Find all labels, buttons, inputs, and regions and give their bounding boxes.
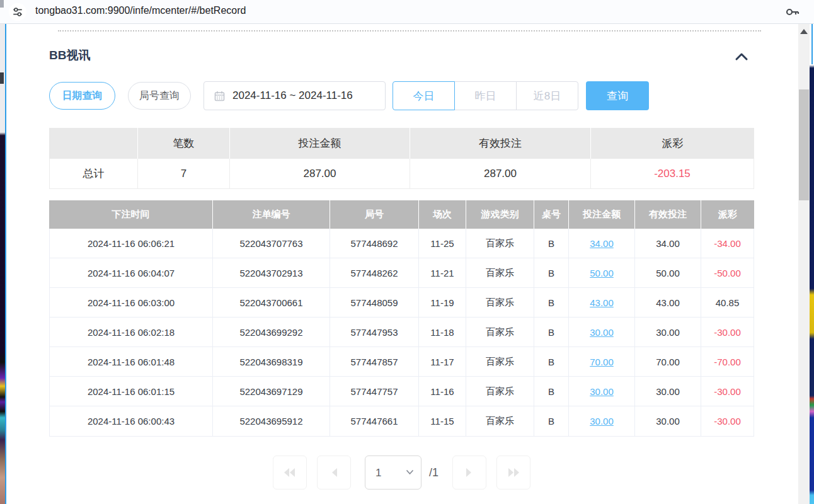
next-page-button[interactable] — [452, 455, 486, 490]
table-row: 2024-11-16 06:06:21522043707763577448692… — [50, 229, 754, 258]
col-header-valid-bet: 有效投注 — [635, 200, 701, 229]
bet-amount-link[interactable]: 50.00 — [590, 268, 614, 278]
table-no-cell: B — [534, 288, 569, 317]
date-query-tab[interactable]: 日期查询 — [49, 82, 115, 110]
double-left-arrow-icon — [283, 467, 297, 478]
payout-cell: 40.85 — [701, 288, 754, 317]
calendar-icon — [214, 91, 225, 101]
bet-amount-link[interactable]: 43.00 — [590, 297, 614, 308]
order-id-cell: 522043700661 — [213, 288, 330, 317]
key-icon — [785, 5, 800, 19]
date-range-value: 2024-11-16 ~ 2024-11-16 — [232, 89, 353, 102]
table-row: 2024-11-16 06:03:00522043700661577448059… — [50, 288, 754, 318]
valid-bet-cell: 30.00 — [635, 318, 701, 346]
pagination-bar: 1 /1 — [49, 455, 754, 490]
bet-table-body: 2024-11-16 06:06:21522043707763577448692… — [49, 229, 754, 437]
collapse-button[interactable] — [732, 49, 751, 64]
session-cell: 11-21 — [419, 258, 466, 287]
game-type-cell: 百家乐 — [466, 347, 534, 376]
col-header-bet-time: 下注时间 — [49, 200, 213, 229]
bet-record-table: 下注时间 注单编号 局号 场次 游戏类别 桌号 投注金额 有效投注 派彩 202… — [49, 200, 754, 437]
payout-cell: -30.00 — [701, 318, 754, 346]
game-type-cell: 百家乐 — [466, 258, 534, 287]
bet-amount-cell: 34.00 — [569, 229, 635, 258]
session-cell: 11-25 — [419, 229, 466, 258]
filter-toolbar: 日期查询 局号查询 2024-11-16 ~ 2024-11-16 今日 昨日 … — [49, 81, 761, 111]
prev-page-button[interactable] — [317, 455, 351, 490]
today-button[interactable]: 今日 — [393, 81, 455, 110]
game-type-cell: 百家乐 — [466, 288, 534, 317]
summary-header-payout: 派彩 — [591, 128, 754, 159]
date-range-input[interactable]: 2024-11-16 ~ 2024-11-16 — [203, 81, 386, 110]
table-no-cell: B — [534, 377, 569, 406]
table-row: 2024-11-16 06:01:48522043698319577447857… — [50, 347, 754, 377]
summary-bet-amount-value: 287.00 — [230, 159, 410, 188]
summary-header-valid-bet: 有效投注 — [410, 128, 591, 159]
summary-header-bet-amount: 投注金额 — [230, 128, 410, 159]
url-text[interactable]: tongbao31.com:9900/infe/mcenter/#/betRec… — [35, 5, 246, 16]
col-header-order-id: 注单编号 — [213, 200, 330, 229]
summary-payout-value: -203.15 — [591, 159, 754, 188]
table-no-cell: B — [534, 318, 569, 346]
round-id-cell: 577448262 — [330, 258, 419, 287]
last-page-button[interactable] — [496, 455, 530, 490]
summary-header-row: 笔数 投注金额 有效投注 派彩 — [49, 128, 754, 159]
chevron-up-icon — [732, 49, 751, 64]
scrollbar-up-arrow-icon[interactable] — [800, 29, 808, 34]
table-no-cell: B — [534, 406, 569, 436]
bet-amount-link[interactable]: 34.00 — [590, 238, 614, 249]
summary-table: 笔数 投注金额 有效投注 派彩 总计 7 287.00 287.00 -203.… — [49, 128, 754, 189]
password-manager-button[interactable] — [785, 5, 800, 19]
valid-bet-cell: 50.00 — [635, 258, 701, 287]
col-header-round-id: 局号 — [330, 200, 419, 229]
bet-amount-link[interactable]: 30.00 — [590, 386, 614, 397]
game-type-cell: 百家乐 — [466, 406, 534, 436]
bet-time-cell: 2024-11-16 06:02:18 — [50, 318, 213, 346]
order-id-cell: 522043699292 — [213, 318, 330, 346]
bet-amount-cell: 30.00 — [569, 318, 635, 346]
table-row: 2024-11-16 06:01:15522043697129577447757… — [50, 377, 754, 406]
round-id-cell: 577447661 — [330, 406, 419, 436]
yesterday-button[interactable]: 昨日 — [454, 81, 517, 110]
search-button[interactable]: 查询 — [586, 81, 649, 110]
table-no-cell: B — [534, 258, 569, 287]
game-type-cell: 百家乐 — [466, 318, 534, 346]
first-page-button[interactable] — [273, 455, 307, 490]
table-row: 2024-11-16 06:00:43522043695912577447661… — [50, 406, 754, 436]
site-settings-button[interactable] — [9, 3, 26, 21]
bet-record-panel: BB视讯 日期查询 局号查询 2024-11-16 ~ 2024-11-16 今… — [6, 24, 798, 504]
summary-header-blank — [49, 128, 138, 159]
page-select[interactable]: 1 — [365, 455, 421, 490]
round-query-tab[interactable]: 局号查询 — [128, 82, 191, 110]
dotted-divider — [58, 30, 761, 32]
bet-amount-link[interactable]: 70.00 — [590, 357, 614, 367]
quick-range-button-group: 今日 昨日 近8日 — [393, 81, 578, 110]
last-8-days-button[interactable]: 近8日 — [516, 81, 578, 110]
game-type-cell: 百家乐 — [466, 229, 534, 258]
bet-amount-cell: 43.00 — [569, 288, 635, 317]
summary-header-count: 笔数 — [138, 128, 230, 159]
table-header-row: 下注时间 注单编号 局号 场次 游戏类别 桌号 投注金额 有效投注 派彩 — [49, 200, 754, 229]
order-id-cell: 522043702913 — [213, 258, 330, 287]
valid-bet-cell: 30.00 — [635, 377, 701, 406]
session-cell: 11-17 — [419, 347, 466, 376]
summary-total-row: 总计 7 287.00 287.00 -203.15 — [49, 159, 754, 189]
bet-amount-link[interactable]: 30.00 — [590, 327, 614, 338]
session-cell: 11-16 — [419, 377, 466, 406]
valid-bet-cell: 30.00 — [635, 406, 701, 436]
browser-address-bar[interactable]: tongbao31.com:9900/infe/mcenter/#/betRec… — [0, 0, 814, 24]
page-title: BB视讯 — [49, 47, 90, 64]
col-header-bet-amount: 投注金额 — [569, 200, 635, 229]
bet-time-cell: 2024-11-16 06:03:00 — [50, 288, 213, 317]
payout-cell: -30.00 — [701, 377, 754, 406]
scrollbar-thumb[interactable] — [799, 89, 809, 200]
page-total-label: /1 — [429, 466, 439, 479]
double-right-arrow-icon — [507, 467, 520, 478]
vertical-scrollbar[interactable] — [798, 24, 810, 504]
left-arrow-icon — [330, 467, 338, 478]
valid-bet-cell: 34.00 — [635, 229, 701, 258]
round-id-cell: 577447857 — [330, 347, 419, 376]
bet-amount-link[interactable]: 30.00 — [590, 416, 614, 427]
tune-icon — [12, 6, 23, 18]
background-page-left-strip — [0, 24, 5, 504]
